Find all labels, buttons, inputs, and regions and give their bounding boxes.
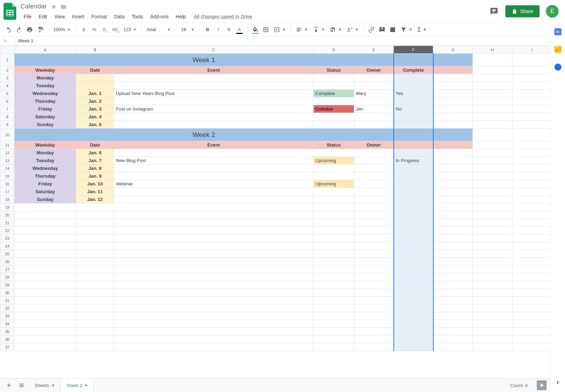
cell-21-B[interactable]	[76, 219, 114, 227]
cell-35-C[interactable]	[114, 328, 314, 335]
cell-33-E[interactable]	[354, 312, 394, 320]
cell-4-I[interactable]	[512, 82, 551, 90]
cell-28-D[interactable]	[314, 273, 354, 281]
cell-33-I[interactable]	[512, 312, 551, 320]
cell-31-C[interactable]	[114, 297, 314, 304]
document-title[interactable]: Calendar	[20, 3, 47, 10]
row-header-33[interactable]: 33	[0, 312, 14, 320]
cell-12-B[interactable]: Jan. 6	[76, 149, 114, 157]
cell-35-A[interactable]	[14, 328, 76, 335]
cell-12-A[interactable]: Monday	[14, 149, 76, 157]
sheet-tab-1[interactable]: Sheet1▼	[29, 379, 60, 392]
cell-9-F[interactable]	[394, 121, 433, 129]
cell-7-H[interactable]	[473, 105, 512, 113]
cell-17-A[interactable]: Saturday	[14, 188, 76, 196]
sheet-tab-2[interactable]: Sheet 2▼	[60, 378, 94, 392]
menu-format[interactable]: Format	[88, 12, 110, 21]
cell-13-D[interactable]: Upcoming	[314, 157, 354, 165]
cell-27-F[interactable]	[394, 266, 433, 273]
cell-33-C[interactable]	[114, 312, 314, 320]
row-header-28[interactable]: 28	[0, 273, 14, 281]
account-avatar[interactable]: E	[546, 5, 559, 18]
cell-1-H[interactable]	[473, 54, 512, 66]
menu-file[interactable]: File	[20, 12, 35, 21]
cell-1-merged[interactable]: Week 1	[14, 54, 394, 66]
cell-12-G[interactable]	[433, 149, 473, 157]
cell-4-F[interactable]	[394, 82, 433, 90]
cell-23-G[interactable]	[433, 234, 473, 242]
save-status[interactable]: All changes saved in Drive	[194, 14, 252, 19]
cell-13-B[interactable]: Jan. 7	[76, 157, 114, 165]
cell-17-G[interactable]	[433, 188, 473, 196]
cell-12-I[interactable]	[512, 149, 551, 157]
cell-5-I[interactable]	[512, 90, 551, 97]
cell-17-F[interactable]	[394, 188, 433, 196]
strikethrough-button[interactable]: S	[224, 25, 234, 35]
cell-26-G[interactable]	[433, 258, 473, 266]
zoom-select[interactable]: 100%▼	[51, 25, 73, 35]
row-header-15[interactable]: 15	[0, 172, 14, 180]
cell-3-A[interactable]: Monday	[14, 74, 76, 82]
cell-27-D[interactable]	[314, 266, 354, 273]
cell-16-D[interactable]: Upcoming	[314, 180, 354, 188]
cell-2-C[interactable]: Event	[114, 66, 314, 74]
cell-33-H[interactable]	[473, 312, 512, 320]
cell-6-C[interactable]	[114, 97, 314, 105]
column-header-D[interactable]: D	[314, 46, 354, 54]
row-header-14[interactable]: 14	[0, 165, 14, 172]
cell-32-D[interactable]	[314, 304, 354, 312]
cell-6-B[interactable]: Jan. 2	[76, 97, 114, 105]
cell-29-F[interactable]	[394, 281, 433, 289]
undo-button[interactable]	[4, 25, 13, 35]
cell-35-E[interactable]	[354, 328, 394, 335]
cell-33-F[interactable]	[394, 312, 433, 320]
borders-button[interactable]	[261, 25, 271, 35]
cell-2-G[interactable]	[433, 66, 473, 74]
cell-9-B[interactable]: Jan. 5	[76, 121, 114, 129]
cell-34-B[interactable]	[76, 320, 114, 328]
cell-11-D[interactable]: Status	[314, 141, 354, 149]
cell-31-A[interactable]	[14, 297, 76, 304]
cell-11-C[interactable]: Event	[114, 141, 314, 149]
cell-3-I[interactable]	[512, 74, 551, 82]
all-sheets-button[interactable]	[16, 380, 27, 391]
row-header-2[interactable]: 2	[0, 66, 14, 74]
cell-5-C[interactable]: Upload New Years Blog Post	[114, 90, 314, 97]
cell-3-E[interactable]	[354, 74, 394, 82]
number-format-select[interactable]: 123▼	[121, 25, 139, 35]
cell-14-E[interactable]	[354, 165, 394, 172]
cell-31-I[interactable]	[512, 297, 551, 304]
text-color-button[interactable]: A	[234, 25, 244, 35]
cell-23-B[interactable]	[76, 234, 114, 242]
cell-8-B[interactable]: Jan. 4	[76, 113, 114, 121]
cell-37-H[interactable]	[473, 343, 512, 351]
cell-13-A[interactable]: Tuesday	[14, 157, 76, 165]
cell-13-E[interactable]	[354, 157, 394, 165]
cell-6-G[interactable]	[433, 97, 473, 105]
cell-34-E[interactable]	[354, 320, 394, 328]
cell-27-C[interactable]	[114, 266, 314, 273]
cell-26-B[interactable]	[76, 258, 114, 266]
italic-button[interactable]: I	[213, 25, 223, 35]
cell-4-H[interactable]	[473, 82, 512, 90]
cell-4-A[interactable]: Tuesday	[14, 82, 76, 90]
cell-20-I[interactable]	[512, 211, 551, 219]
column-header-A[interactable]: A	[14, 46, 76, 54]
cell-24-A[interactable]	[14, 242, 76, 250]
cell-36-F[interactable]	[394, 335, 433, 343]
cell-16-C[interactable]: Webinar	[114, 180, 314, 188]
cell-15-C[interactable]	[114, 172, 314, 180]
cell-11-E[interactable]: Owner	[354, 141, 394, 149]
cell-33-G[interactable]	[433, 312, 473, 320]
cell-11-H[interactable]	[473, 141, 512, 149]
cell-30-D[interactable]	[314, 289, 354, 297]
cell-25-G[interactable]	[433, 250, 473, 258]
cell-34-F[interactable]	[394, 320, 433, 328]
cell-35-I[interactable]	[512, 328, 551, 335]
row-header-31[interactable]: 31	[0, 297, 14, 304]
cell-32-I[interactable]	[512, 304, 551, 312]
cell-11-A[interactable]: Weekday	[14, 141, 76, 149]
cell-28-A[interactable]	[14, 273, 76, 281]
cell-3-G[interactable]	[433, 74, 473, 82]
format-currency-button[interactable]: $	[79, 25, 89, 35]
